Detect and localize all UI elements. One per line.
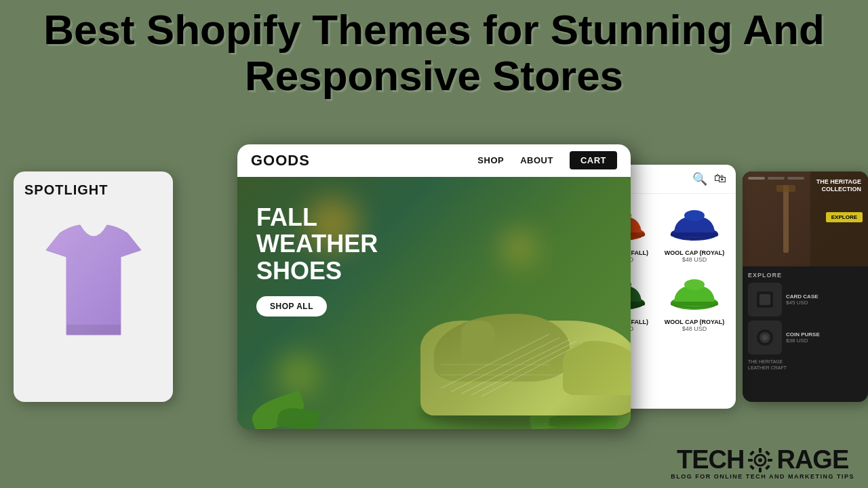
shop-link[interactable]: SHOP <box>477 155 504 165</box>
dark-hero-section: EXPLORE THE HERITAGE COLLECTION <box>743 171 868 266</box>
goods-logo: GOODS <box>251 152 477 169</box>
svg-point-31 <box>762 335 768 340</box>
spotlight-card: SPOTLIGHT <box>14 171 173 402</box>
dark-nav <box>748 177 804 180</box>
spotlight-label: SPOTLIGHT <box>24 182 162 198</box>
svg-rect-36 <box>748 459 753 462</box>
shop-all-button[interactable]: SHOP ALL <box>256 296 327 317</box>
dark-brand-name: EXPLORE <box>748 272 863 279</box>
dark-products-list: EXPLORE CARD CASE $45 USD <box>743 266 868 378</box>
dark-product-row-2: COIN PURSE $38 USD <box>748 321 863 354</box>
svg-rect-21 <box>743 171 810 266</box>
shoe-visual <box>400 246 631 429</box>
svg-rect-34 <box>759 448 762 453</box>
svg-point-17 <box>684 279 705 290</box>
goods-navbar: GOODS SHOP ABOUT CART <box>237 144 631 177</box>
svg-rect-39 <box>766 450 771 455</box>
svg-rect-38 <box>750 450 755 455</box>
svg-rect-12 <box>671 232 718 237</box>
svg-rect-23 <box>783 185 789 253</box>
title-text: Best Shopify Themes for Stunning And Res… <box>27 7 841 99</box>
cards-container: SPOTLIGHT GOODS SHOP ABOUT <box>0 125 868 447</box>
cap-lightgreen-icon <box>667 272 722 313</box>
shoe-body <box>420 293 631 415</box>
collection-title: THE HERITAGE COLLECTION <box>816 178 861 194</box>
svg-point-11 <box>684 210 705 221</box>
dark-card-footer: THE HERITAGELEATHER CRAFT <box>748 359 863 372</box>
page-title: Best Shopify Themes for Stunning And Res… <box>0 7 868 99</box>
svg-rect-24 <box>776 185 795 192</box>
svg-line-0 <box>441 334 549 388</box>
goods-nav-links: SHOP ABOUT CART <box>477 151 617 169</box>
about-link[interactable]: ABOUT <box>520 155 553 165</box>
svg-line-4 <box>481 342 583 396</box>
cap-blue-icon <box>667 203 722 244</box>
product-name-2: WOOL CAP (ROYAL) <box>661 249 728 256</box>
hero-title: FALL WEATHER SHOES <box>256 204 378 285</box>
product-name-4: WOOL CAP (ROYAL) <box>661 319 728 325</box>
techrage-tagline: BLOG FOR ONLINE TECH AND MARKETING TIPS <box>671 473 854 480</box>
gear-icon <box>747 447 774 474</box>
cart-icon[interactable]: 🛍 <box>714 171 726 186</box>
svg-rect-37 <box>768 459 772 462</box>
dark-product-icon-2 <box>751 324 778 351</box>
hero-text: FALL WEATHER SHOES SHOP ALL <box>256 204 378 317</box>
tshirt-icon <box>39 213 148 348</box>
dark-product-name-1: CARD CASE <box>786 293 863 300</box>
svg-rect-41 <box>766 464 771 470</box>
dark-product-img-2 <box>748 321 782 354</box>
nav-item-2 <box>768 177 785 180</box>
nav-item-3 <box>787 177 804 180</box>
techrage-brand: TECH RAGE <box>677 445 848 474</box>
bokeh-3 <box>278 354 319 395</box>
dark-product-icon-1 <box>751 286 778 313</box>
svg-rect-18 <box>671 302 718 306</box>
product-price-4: $48 USD <box>661 325 728 332</box>
rage-text: RAGE <box>776 445 848 474</box>
svg-rect-27 <box>760 294 770 305</box>
shoe-texture <box>427 321 597 402</box>
dark-cta-badge[interactable]: EXPLORE <box>826 212 863 222</box>
cart-link[interactable]: CART <box>570 151 617 169</box>
goods-card: GOODS SHOP ABOUT CART FALL WEATHER SHOES <box>237 144 631 429</box>
svg-line-3 <box>471 341 576 395</box>
product-price-2: $48 USD <box>661 256 728 263</box>
dark-product-row-1: CARD CASE $45 USD <box>748 283 863 317</box>
svg-point-33 <box>758 458 762 462</box>
product-item-4: WOOL CAP (ROYAL) $48 USD <box>658 268 730 336</box>
techrage-logo: TECH RAGE BLOG FOR ONLINE TECH AND MARKE… <box>671 445 854 480</box>
svg-rect-35 <box>759 468 762 472</box>
dark-product-name-2: COIN PURSE <box>786 331 863 338</box>
product-item-2: WOOL CAP (ROYAL) $48 USD <box>658 199 730 267</box>
search-icon[interactable]: 🔍 <box>692 171 707 186</box>
svg-line-2 <box>461 340 570 394</box>
dark-theme-card: EXPLORE THE HERITAGE COLLECTION EXPLORE <box>743 171 868 402</box>
svg-rect-40 <box>750 464 755 470</box>
tech-text: TECH <box>677 445 744 474</box>
dark-product-price-1: $45 USD <box>786 300 863 306</box>
dark-product-img-1 <box>748 283 782 317</box>
spotlight-product <box>33 206 155 355</box>
goods-hero: FALL WEATHER SHOES SHOP ALL <box>237 177 631 429</box>
dark-product-price-2: $38 USD <box>786 338 863 344</box>
nav-item-1 <box>748 177 765 180</box>
